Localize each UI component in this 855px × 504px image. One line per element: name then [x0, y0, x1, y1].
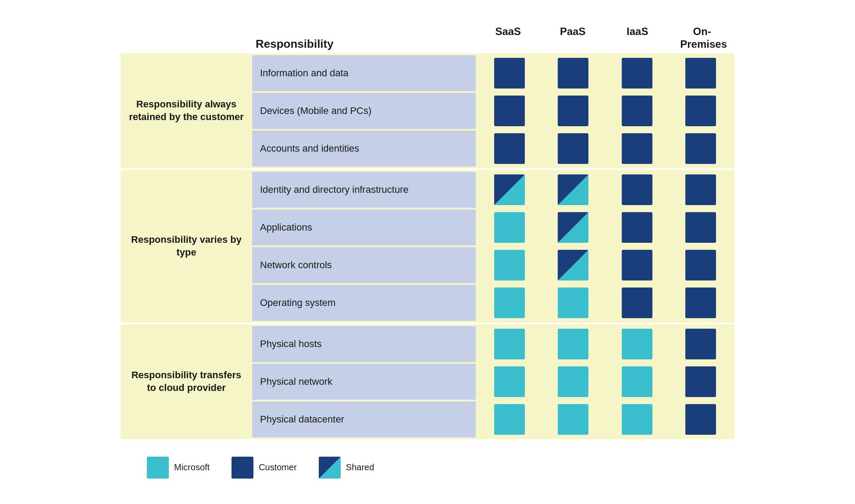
cell-applications-iaas [615, 212, 659, 243]
header-row: Responsibility SaaS PaaS IaaS On- Premis… [121, 25, 734, 51]
cell-identity-dir-paas [551, 174, 595, 205]
cells-applications [476, 209, 734, 245]
cell-physical-network-paas [551, 366, 595, 397]
cell-info-data-paas [551, 58, 595, 89]
cell-physical-datacenter-onprem [679, 404, 723, 435]
cell-info-data-onprem [679, 58, 723, 89]
section-always-customer: Responsibility always retained by the cu… [121, 53, 734, 168]
header-onprem: On- Premises [680, 25, 724, 51]
section-transfers: Responsibility transfers to cloud provid… [121, 324, 734, 439]
cell-accounts-iaas [615, 133, 659, 164]
section-rows-always-customer: Information and data Devices (Mobile and… [252, 53, 734, 168]
cell-physical-network-saas [488, 366, 531, 397]
row-devices: Devices (Mobile and PCs) [252, 93, 734, 129]
cell-physical-hosts-paas [551, 329, 595, 359]
row-operating-system: Operating system [252, 285, 734, 321]
cells-physical-hosts [476, 326, 734, 362]
responsibility-applications: Applications [252, 209, 476, 245]
legend-customer: Customer [232, 457, 297, 479]
section-rows-transfers: Physical hosts Physical network [252, 324, 734, 439]
cells-accounts [476, 131, 734, 167]
cell-identity-dir-saas [488, 174, 531, 205]
cell-physical-hosts-iaas [615, 329, 659, 359]
cell-physical-network-onprem [679, 366, 723, 397]
row-physical-hosts: Physical hosts [252, 326, 734, 362]
legend-customer-box [232, 457, 253, 479]
cell-physical-hosts-onprem [679, 329, 723, 359]
responsibility-identity-dir: Identity and directory infrastructure [252, 172, 476, 208]
cells-identity-dir [476, 172, 734, 208]
cell-accounts-saas [488, 133, 531, 164]
responsibility-network-controls: Network controls [252, 247, 476, 283]
responsibility-accounts: Accounts and identities [252, 131, 476, 167]
cell-network-controls-paas [551, 250, 595, 280]
responsibility-operating-system: Operating system [252, 285, 476, 321]
legend-shared-label: Shared [346, 462, 374, 472]
cell-accounts-onprem [679, 133, 723, 164]
row-physical-datacenter: Physical datacenter [252, 401, 734, 437]
cell-network-controls-iaas [615, 250, 659, 280]
cell-info-data-iaas [615, 58, 659, 89]
row-applications: Applications [252, 209, 734, 245]
legend-shared: Shared [319, 457, 374, 479]
cells-network-controls [476, 247, 734, 283]
cell-os-iaas [615, 287, 659, 318]
cell-physical-hosts-saas [488, 329, 531, 359]
cell-applications-onprem [679, 212, 723, 243]
cell-applications-saas [488, 212, 531, 243]
header-saas: SaaS [486, 25, 530, 51]
body-area: Responsibility always retained by the cu… [121, 53, 734, 441]
legend-microsoft-label: Microsoft [174, 462, 210, 472]
cells-info-data [476, 55, 734, 91]
row-network-controls: Network controls [252, 247, 734, 283]
header-responsibility-label: Responsibility [252, 37, 476, 51]
cell-network-controls-onprem [679, 250, 723, 280]
row-accounts: Accounts and identities [252, 131, 734, 167]
header-paas: PaaS [551, 25, 595, 51]
cell-physical-datacenter-paas [551, 404, 595, 435]
legend-microsoft-box [147, 457, 169, 479]
cell-physical-datacenter-saas [488, 404, 531, 435]
cell-accounts-paas [551, 133, 595, 164]
cell-devices-saas [488, 96, 531, 126]
cell-devices-onprem [679, 96, 723, 126]
responsibility-devices: Devices (Mobile and PCs) [252, 93, 476, 129]
header-iaas: IaaS [616, 25, 659, 51]
section-label-transfers: Responsibility transfers to cloud provid… [121, 324, 252, 439]
cells-physical-datacenter [476, 401, 734, 437]
responsibility-info-data: Information and data [252, 55, 476, 91]
row-info-data: Information and data [252, 55, 734, 91]
responsibility-physical-network: Physical network [252, 364, 476, 400]
row-identity-dir: Identity and directory infrastructure [252, 172, 734, 208]
cell-info-data-saas [488, 58, 531, 89]
cell-identity-dir-iaas [615, 174, 659, 205]
cell-physical-datacenter-iaas [615, 404, 659, 435]
cell-physical-network-iaas [615, 366, 659, 397]
cells-operating-system [476, 285, 734, 321]
cell-devices-paas [551, 96, 595, 126]
cell-os-onprem [679, 287, 723, 318]
cell-os-saas [488, 287, 531, 318]
section-label-always-customer: Responsibility always retained by the cu… [121, 53, 252, 168]
chart-container: Responsibility SaaS PaaS IaaS On- Premis… [121, 25, 734, 479]
cell-identity-dir-onprem [679, 174, 723, 205]
header-service-cols: SaaS PaaS IaaS On- Premises [476, 25, 734, 51]
row-physical-network: Physical network [252, 364, 734, 400]
cells-devices [476, 93, 734, 129]
cell-devices-iaas [615, 96, 659, 126]
cells-physical-network [476, 364, 734, 400]
cell-network-controls-saas [488, 250, 531, 280]
legend-shared-box [319, 457, 341, 479]
legend-microsoft: Microsoft [147, 457, 210, 479]
cell-applications-paas [551, 212, 595, 243]
responsibility-physical-datacenter: Physical datacenter [252, 401, 476, 437]
section-rows-varies: Identity and directory infrastructure [252, 170, 734, 323]
cell-os-paas [551, 287, 595, 318]
legend-customer-label: Customer [259, 462, 297, 472]
legend-shared-triangle [319, 457, 341, 479]
section-varies: Responsibility varies by type Identity a… [121, 170, 734, 323]
legend: Microsoft Customer Shared [121, 457, 734, 479]
responsibility-physical-hosts: Physical hosts [252, 326, 476, 362]
section-label-varies: Responsibility varies by type [121, 170, 252, 323]
